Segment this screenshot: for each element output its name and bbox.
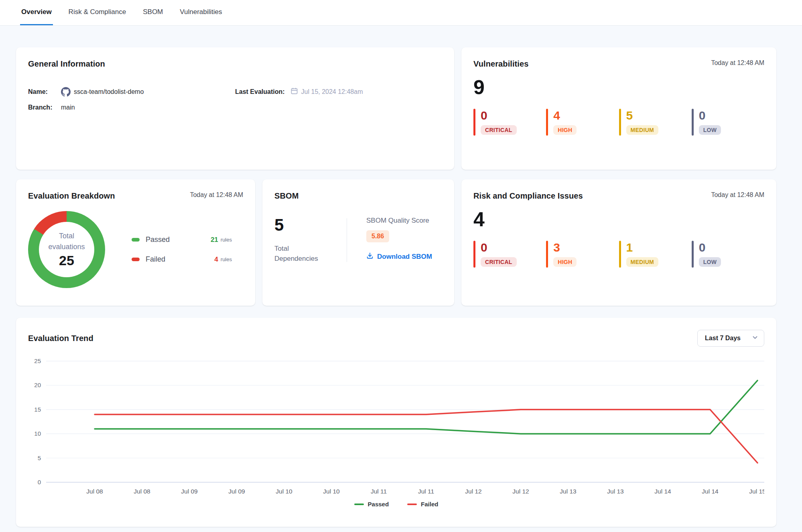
- svg-text:Jul 13: Jul 13: [560, 488, 576, 495]
- last-evaluation-row: Last Evaluation: Jul 15, 2024 12:48am: [235, 87, 442, 96]
- severity-count: 0: [699, 109, 721, 122]
- last-evaluation-value: Jul 15, 2024 12:48am: [301, 88, 363, 95]
- passed-count: 21: [211, 236, 218, 244]
- svg-text:Jul 12: Jul 12: [465, 488, 481, 495]
- vulnerabilities-total: 9: [473, 77, 764, 97]
- svg-text:Jul 08: Jul 08: [134, 488, 150, 495]
- branch-label: Branch:: [28, 104, 61, 111]
- severity-bar: [619, 109, 621, 136]
- severity-count: 4: [553, 109, 577, 122]
- sbom-quality-score-badge: 5.86: [366, 230, 389, 242]
- vulnerabilities-title: Vulnerabilities: [473, 59, 528, 69]
- download-sbom-link[interactable]: Download SBOM: [366, 252, 432, 261]
- download-sbom-label: Download SBOM: [377, 253, 432, 261]
- severity-bar: [473, 109, 475, 136]
- dashboard-content: General Information Name: ssca-team/todo…: [0, 26, 802, 527]
- sbom-title: SBOM: [274, 191, 298, 201]
- repo-info-column: Name: ssca-team/todolist-demo Branch: ma…: [28, 87, 235, 111]
- severity-bar: [473, 241, 475, 268]
- svg-text:0: 0: [38, 479, 41, 485]
- svg-text:20: 20: [34, 382, 41, 388]
- severity-medium: 5 MEDIUM: [619, 109, 692, 136]
- severity-count: 0: [481, 109, 517, 122]
- risk-compliance-timestamp: Today at 12:48 AM: [711, 191, 764, 199]
- failed-unit: rules: [221, 256, 232, 262]
- svg-text:Jul 14: Jul 14: [702, 488, 719, 495]
- svg-text:Jul 15: Jul 15: [749, 488, 764, 495]
- failed-line-icon: [407, 504, 417, 505]
- severity-low: 0 LOW: [692, 241, 764, 268]
- tab-risk-compliance[interactable]: Risk & Compliance: [67, 0, 128, 25]
- branch-row: Branch: main: [28, 104, 235, 111]
- last-evaluation-label: Last Evaluation:: [235, 88, 285, 95]
- svg-text:Jul 11: Jul 11: [371, 488, 387, 495]
- risk-compliance-title: Risk and Compliance Issues: [473, 191, 583, 201]
- legend-row-failed: Failed 4 rules: [132, 255, 232, 264]
- severity-high: 3 HIGH: [546, 241, 619, 268]
- severity-count: 0: [481, 241, 517, 254]
- svg-text:Jul 10: Jul 10: [276, 488, 292, 495]
- severity-count: 5: [626, 109, 659, 122]
- evaluation-trend-title: Evaluation Trend: [28, 334, 93, 343]
- name-row: Name: ssca-team/todolist-demo: [28, 87, 235, 97]
- risk-compliance-card: Risk and Compliance Issues Today at 12:4…: [461, 179, 776, 306]
- evaluation-breakdown-timestamp: Today at 12:48 AM: [190, 191, 243, 199]
- severity-count: 1: [626, 241, 659, 254]
- chevron-down-icon: [752, 334, 758, 342]
- tab-overview[interactable]: Overview: [20, 0, 53, 25]
- legend-item-failed[interactable]: Failed: [407, 501, 438, 508]
- github-icon: [61, 87, 71, 97]
- legend-row-passed: Passed 21 rules: [132, 236, 232, 244]
- donut-center-label: evaluations: [48, 242, 85, 252]
- svg-text:Jul 10: Jul 10: [323, 488, 340, 495]
- general-information-card: General Information Name: ssca-team/todo…: [16, 47, 454, 170]
- vertical-divider: [347, 218, 347, 262]
- svg-text:Jul 14: Jul 14: [654, 488, 671, 495]
- trend-legend: Passed Failed: [28, 501, 764, 508]
- severity-badge: LOW: [699, 125, 721, 135]
- date-range-dropdown[interactable]: Last 7 Days: [697, 330, 764, 347]
- risk-compliance-total: 4: [473, 209, 764, 229]
- svg-text:10: 10: [34, 430, 41, 437]
- legend-item-passed[interactable]: Passed: [354, 501, 389, 508]
- severity-badge: CRITICAL: [481, 125, 517, 135]
- severity-badge: MEDIUM: [626, 125, 659, 135]
- svg-text:Jul 11: Jul 11: [418, 488, 434, 495]
- calendar-icon: [290, 87, 298, 96]
- severity-count: 3: [553, 241, 577, 254]
- svg-text:15: 15: [34, 406, 41, 413]
- svg-text:Jul 12: Jul 12: [512, 488, 529, 495]
- severity-bar: [546, 241, 548, 268]
- evaluations-donut-chart: Total evaluations 25: [28, 211, 105, 288]
- failed-pill-icon: [132, 258, 140, 261]
- evaluation-breakdown-card: Evaluation Breakdown Today at 12:48 AM T…: [16, 179, 255, 306]
- severity-bar: [692, 109, 694, 136]
- severity-bar: [619, 241, 621, 268]
- passed-line-icon: [354, 504, 364, 505]
- svg-text:25: 25: [34, 357, 41, 364]
- donut-total-value: 25: [59, 253, 74, 268]
- severity-badge: MEDIUM: [626, 257, 659, 267]
- last-evaluation-column: Last Evaluation: Jul 15, 2024 12:48am: [235, 87, 442, 111]
- severity-bar: [692, 241, 694, 268]
- svg-text:Jul 09: Jul 09: [228, 488, 245, 495]
- severity-badge: HIGH: [553, 257, 577, 267]
- severity-high: 4 HIGH: [546, 109, 619, 136]
- branch-value: main: [61, 104, 75, 111]
- severity-critical: 0 CRITICAL: [473, 241, 546, 268]
- svg-text:Jul 09: Jul 09: [181, 488, 197, 495]
- tab-vulnerabilities[interactable]: Vulnerabilities: [179, 0, 223, 25]
- repo-name-value: ssca-team/todolist-demo: [74, 88, 144, 95]
- vulnerabilities-timestamp: Today at 12:48 AM: [711, 59, 764, 67]
- failed-label: Failed: [146, 255, 214, 264]
- evaluation-trend-card: Evaluation Trend Last 7 Days 0510152025J…: [16, 318, 776, 527]
- severity-badge: HIGH: [553, 125, 577, 135]
- severity-low: 0 LOW: [692, 109, 764, 136]
- passed-pill-icon: [132, 238, 140, 242]
- tab-sbom[interactable]: SBOM: [142, 0, 164, 25]
- vulnerabilities-card: Vulnerabilities Today at 12:48 AM 9 0 CR…: [461, 47, 776, 170]
- total-dependencies-value: 5: [274, 217, 347, 234]
- passed-unit: rules: [221, 237, 232, 243]
- svg-text:5: 5: [38, 455, 41, 461]
- severity-badge: LOW: [699, 257, 721, 267]
